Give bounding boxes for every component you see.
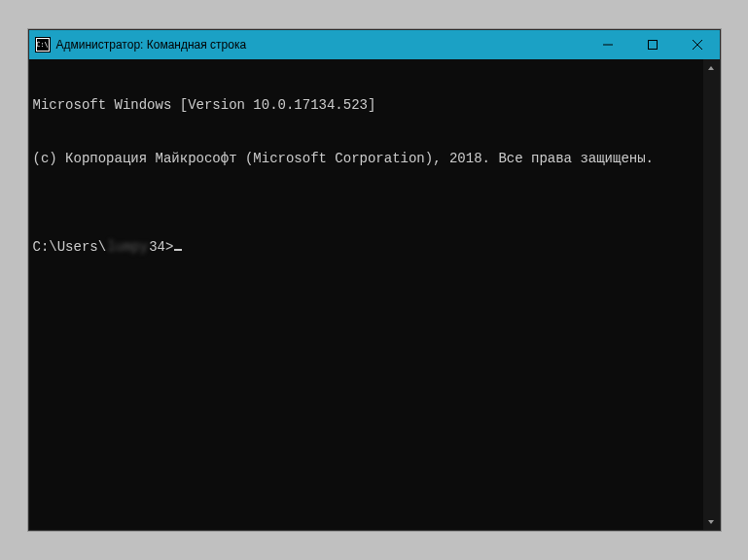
prompt-suffix: 34> xyxy=(149,238,173,256)
svg-rect-1 xyxy=(648,41,657,50)
scroll-down-button[interactable] xyxy=(703,513,720,530)
prompt-user-redacted: lumpy xyxy=(107,238,148,256)
scrollbar[interactable] xyxy=(703,59,720,530)
cursor xyxy=(174,249,182,251)
close-button[interactable] xyxy=(675,30,720,59)
titlebar[interactable]: C:\ Администратор: Командная строка xyxy=(29,30,720,59)
prompt-line: C:\Users\lumpy34> xyxy=(33,238,699,256)
window-title: Администратор: Командная строка xyxy=(56,38,247,52)
titlebar-left: C:\ Администратор: Командная строка xyxy=(29,37,247,52)
cmd-icon: C:\ xyxy=(35,37,51,52)
output-line: Microsoft Windows [Version 10.0.17134.52… xyxy=(33,96,699,114)
minimize-button[interactable] xyxy=(586,30,630,59)
window-controls xyxy=(586,30,720,59)
prompt-prefix: C:\Users\ xyxy=(33,238,107,256)
output-line: (c) Корпорация Майкрософт (Microsoft Cor… xyxy=(33,150,699,167)
terminal-body: Microsoft Windows [Version 10.0.17134.52… xyxy=(29,59,720,530)
command-prompt-window: C:\ Администратор: Командная строка Micr… xyxy=(28,29,721,531)
scroll-track[interactable] xyxy=(703,76,720,513)
terminal-output[interactable]: Microsoft Windows [Version 10.0.17134.52… xyxy=(29,59,703,530)
maximize-button[interactable] xyxy=(630,30,675,59)
scroll-up-button[interactable] xyxy=(703,59,720,76)
